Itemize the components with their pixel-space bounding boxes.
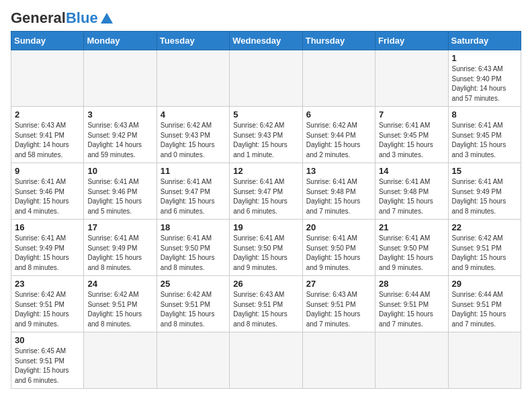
day-info: Sunrise: 6:42 AM Sunset: 9:51 PM Dayligh… bbox=[87, 290, 152, 329]
day-number: 12 bbox=[233, 166, 298, 176]
day-info: Sunrise: 6:42 AM Sunset: 9:43 PM Dayligh… bbox=[161, 121, 226, 160]
calendar-cell: 9Sunrise: 6:41 AM Sunset: 9:46 PM Daylig… bbox=[11, 163, 84, 220]
calendar-cell bbox=[11, 50, 84, 107]
calendar-cell: 2Sunrise: 6:43 AM Sunset: 9:41 PM Daylig… bbox=[11, 107, 84, 163]
day-number: 29 bbox=[452, 279, 517, 289]
calendar-cell bbox=[84, 50, 157, 107]
week-row-3: 9Sunrise: 6:41 AM Sunset: 9:46 PM Daylig… bbox=[11, 163, 521, 220]
calendar-cell: 23Sunrise: 6:42 AM Sunset: 9:51 PM Dayli… bbox=[11, 276, 84, 332]
day-number: 3 bbox=[87, 109, 152, 120]
calendar-cell: 16Sunrise: 6:41 AM Sunset: 9:49 PM Dayli… bbox=[11, 220, 84, 276]
logo-general: General bbox=[11, 9, 66, 26]
day-info: Sunrise: 6:41 AM Sunset: 9:50 PM Dayligh… bbox=[233, 234, 298, 273]
weekday-header-row: SundayMondayTuesdayWednesdayThursdayFrid… bbox=[11, 32, 521, 50]
day-info: Sunrise: 6:41 AM Sunset: 9:45 PM Dayligh… bbox=[452, 121, 517, 160]
day-number: 19 bbox=[233, 222, 298, 232]
calendar-cell: 14Sunrise: 6:41 AM Sunset: 9:48 PM Dayli… bbox=[375, 163, 448, 220]
calendar-cell bbox=[375, 332, 448, 389]
calendar-cell: 8Sunrise: 6:41 AM Sunset: 9:45 PM Daylig… bbox=[448, 107, 521, 163]
day-number: 27 bbox=[306, 279, 371, 289]
logo-triangle-icon bbox=[101, 12, 113, 24]
day-info: Sunrise: 6:41 AM Sunset: 9:45 PM Dayligh… bbox=[379, 121, 444, 160]
day-info: Sunrise: 6:43 AM Sunset: 9:42 PM Dayligh… bbox=[87, 121, 152, 160]
day-info: Sunrise: 6:41 AM Sunset: 9:48 PM Dayligh… bbox=[306, 177, 371, 216]
day-info: Sunrise: 6:43 AM Sunset: 9:41 PM Dayligh… bbox=[15, 121, 80, 160]
weekday-header-friday: Friday bbox=[375, 32, 448, 50]
calendar-cell: 13Sunrise: 6:41 AM Sunset: 9:48 PM Dayli… bbox=[302, 163, 375, 220]
calendar-cell: 3Sunrise: 6:43 AM Sunset: 9:42 PM Daylig… bbox=[84, 107, 157, 163]
day-number: 14 bbox=[379, 166, 444, 176]
weekday-header-sunday: Sunday bbox=[11, 32, 84, 50]
calendar-cell: 29Sunrise: 6:44 AM Sunset: 9:51 PM Dayli… bbox=[448, 276, 521, 332]
day-info: Sunrise: 6:43 AM Sunset: 9:40 PM Dayligh… bbox=[452, 64, 517, 103]
calendar-table: SundayMondayTuesdayWednesdayThursdayFrid… bbox=[11, 31, 521, 389]
logo-blue: Blue bbox=[66, 9, 98, 26]
day-number: 4 bbox=[161, 109, 226, 120]
svg-marker-0 bbox=[101, 13, 113, 24]
calendar-cell: 6Sunrise: 6:42 AM Sunset: 9:44 PM Daylig… bbox=[302, 107, 375, 163]
day-info: Sunrise: 6:41 AM Sunset: 9:50 PM Dayligh… bbox=[306, 234, 371, 273]
calendar-cell: 26Sunrise: 6:43 AM Sunset: 9:51 PM Dayli… bbox=[230, 276, 302, 332]
calendar-cell: 15Sunrise: 6:41 AM Sunset: 9:49 PM Dayli… bbox=[448, 163, 521, 220]
calendar-cell: 19Sunrise: 6:41 AM Sunset: 9:50 PM Dayli… bbox=[230, 220, 302, 276]
week-row-6: 30Sunrise: 6:45 AM Sunset: 9:51 PM Dayli… bbox=[11, 332, 521, 389]
calendar-cell: 10Sunrise: 6:41 AM Sunset: 9:46 PM Dayli… bbox=[84, 163, 157, 220]
day-number: 7 bbox=[379, 109, 444, 120]
day-info: Sunrise: 6:44 AM Sunset: 9:51 PM Dayligh… bbox=[452, 290, 517, 329]
day-number: 15 bbox=[452, 166, 517, 176]
day-number: 23 bbox=[15, 279, 80, 289]
day-info: Sunrise: 6:41 AM Sunset: 9:49 PM Dayligh… bbox=[15, 234, 80, 273]
calendar-cell bbox=[375, 50, 448, 107]
weekday-header-monday: Monday bbox=[84, 32, 157, 50]
calendar-cell: 18Sunrise: 6:41 AM Sunset: 9:50 PM Dayli… bbox=[157, 220, 229, 276]
day-info: Sunrise: 6:41 AM Sunset: 9:48 PM Dayligh… bbox=[379, 177, 444, 216]
day-number: 17 bbox=[87, 222, 152, 232]
day-number: 1 bbox=[452, 53, 517, 63]
weekday-header-wednesday: Wednesday bbox=[230, 32, 302, 50]
weekday-header-tuesday: Tuesday bbox=[157, 32, 229, 50]
calendar-cell: 28Sunrise: 6:44 AM Sunset: 9:51 PM Dayli… bbox=[375, 276, 448, 332]
calendar-cell bbox=[230, 50, 302, 107]
weekday-header-thursday: Thursday bbox=[302, 32, 375, 50]
day-number: 24 bbox=[87, 279, 152, 289]
calendar-cell: 25Sunrise: 6:42 AM Sunset: 9:51 PM Dayli… bbox=[157, 276, 229, 332]
day-number: 21 bbox=[379, 222, 444, 232]
page-container: GeneralBlue SundayMondayTuesdayWednesday… bbox=[11, 11, 521, 389]
calendar-cell: 24Sunrise: 6:42 AM Sunset: 9:51 PM Dayli… bbox=[84, 276, 157, 332]
week-row-4: 16Sunrise: 6:41 AM Sunset: 9:49 PM Dayli… bbox=[11, 220, 521, 276]
day-number: 10 bbox=[87, 166, 152, 176]
day-number: 20 bbox=[306, 222, 371, 232]
day-number: 18 bbox=[161, 222, 226, 232]
calendar-cell: 4Sunrise: 6:42 AM Sunset: 9:43 PM Daylig… bbox=[157, 107, 229, 163]
day-number: 8 bbox=[452, 109, 517, 120]
day-info: Sunrise: 6:41 AM Sunset: 9:46 PM Dayligh… bbox=[15, 177, 80, 216]
day-info: Sunrise: 6:41 AM Sunset: 9:47 PM Dayligh… bbox=[161, 177, 226, 216]
day-number: 6 bbox=[306, 109, 371, 120]
day-number: 25 bbox=[161, 279, 226, 289]
calendar-cell: 21Sunrise: 6:41 AM Sunset: 9:50 PM Dayli… bbox=[375, 220, 448, 276]
day-number: 5 bbox=[233, 109, 298, 120]
logo-text: GeneralBlue bbox=[11, 11, 98, 26]
calendar-cell: 17Sunrise: 6:41 AM Sunset: 9:49 PM Dayli… bbox=[84, 220, 157, 276]
day-info: Sunrise: 6:42 AM Sunset: 9:44 PM Dayligh… bbox=[306, 121, 371, 160]
day-info: Sunrise: 6:44 AM Sunset: 9:51 PM Dayligh… bbox=[379, 290, 444, 329]
calendar-cell: 22Sunrise: 6:42 AM Sunset: 9:51 PM Dayli… bbox=[448, 220, 521, 276]
day-number: 16 bbox=[15, 222, 80, 232]
calendar-cell bbox=[448, 332, 521, 389]
day-info: Sunrise: 6:41 AM Sunset: 9:46 PM Dayligh… bbox=[87, 177, 152, 216]
day-info: Sunrise: 6:43 AM Sunset: 9:51 PM Dayligh… bbox=[306, 290, 371, 329]
day-number: 9 bbox=[15, 166, 80, 176]
week-row-1: 1Sunrise: 6:43 AM Sunset: 9:40 PM Daylig… bbox=[11, 50, 521, 107]
day-info: Sunrise: 6:41 AM Sunset: 9:47 PM Dayligh… bbox=[233, 177, 298, 216]
calendar-cell bbox=[157, 332, 229, 389]
day-info: Sunrise: 6:42 AM Sunset: 9:51 PM Dayligh… bbox=[452, 234, 517, 273]
calendar-cell: 12Sunrise: 6:41 AM Sunset: 9:47 PM Dayli… bbox=[230, 163, 302, 220]
day-info: Sunrise: 6:45 AM Sunset: 9:51 PM Dayligh… bbox=[15, 347, 80, 385]
day-info: Sunrise: 6:42 AM Sunset: 9:51 PM Dayligh… bbox=[161, 290, 226, 329]
day-number: 26 bbox=[233, 279, 298, 289]
calendar-cell bbox=[84, 332, 157, 389]
calendar-cell bbox=[157, 50, 229, 107]
calendar-cell: 20Sunrise: 6:41 AM Sunset: 9:50 PM Dayli… bbox=[302, 220, 375, 276]
day-number: 2 bbox=[15, 109, 80, 120]
day-info: Sunrise: 6:41 AM Sunset: 9:50 PM Dayligh… bbox=[161, 234, 226, 273]
